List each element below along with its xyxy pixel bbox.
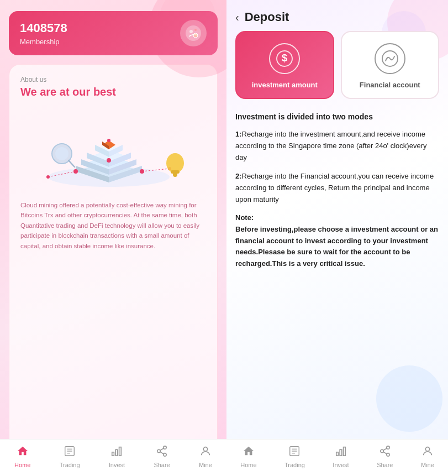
right-panel: ‹ Deposit $ investment amount Financial … <box>226 0 448 476</box>
svg-rect-38 <box>116 449 118 456</box>
note-text: Before investing,please choose a investm… <box>235 224 439 270</box>
note-section: Note: Before investing,please choose a i… <box>235 213 439 270</box>
membership-card[interactable]: 1408578 Membership <box>9 11 218 55</box>
financial-account-option[interactable]: Financial account <box>341 31 440 99</box>
svg-point-2 <box>194 29 197 31</box>
investment-icon: $ <box>269 43 300 74</box>
investment-label: investment amount <box>252 81 318 89</box>
nav-item-share[interactable]: Share <box>154 445 170 468</box>
about-text: Cloud mining offered a potentially cost-… <box>20 200 206 251</box>
illustration <box>20 105 206 193</box>
svg-line-29 <box>68 160 75 167</box>
svg-point-28 <box>55 147 68 160</box>
investment-amount-option[interactable]: $ investment amount <box>235 31 334 99</box>
nav-label-home: Home <box>14 462 30 468</box>
home-icon <box>17 445 29 460</box>
nav-item-mine[interactable]: Mine <box>199 445 212 468</box>
nav-item-trading[interactable]: Trading <box>60 445 80 468</box>
svg-text:$: $ <box>282 53 287 64</box>
mode-item-2: 2:Recharge into the Financial account,yo… <box>235 171 439 205</box>
svg-point-32 <box>173 172 177 177</box>
nav-label-share: Share <box>154 462 170 468</box>
mine-icon <box>199 445 212 460</box>
about-label: About us <box>20 76 206 83</box>
svg-point-42 <box>164 453 167 457</box>
svg-point-30 <box>166 153 184 173</box>
nav-label-trading: Trading <box>60 462 80 468</box>
invest-icon <box>110 445 123 460</box>
nav-item-invest[interactable]: Invest <box>109 445 125 468</box>
mode-2-text: Recharge into the Financial account,you … <box>235 172 434 203</box>
left-panel: 1408578 Membership About us We are at ou… <box>0 0 226 476</box>
left-bottom-nav: Home Trading Invest Share Mine <box>0 439 226 476</box>
about-card: About us We are at our best <box>9 64 218 467</box>
nav-item-home[interactable]: Home <box>14 445 30 468</box>
membership-label: Membership <box>20 38 67 46</box>
nav-label-invest: Invest <box>109 462 125 468</box>
modes-title: Investment is divided into two modes <box>235 112 439 121</box>
share-icon <box>156 445 168 460</box>
svg-point-0 <box>186 25 201 41</box>
svg-line-44 <box>160 448 164 451</box>
deposit-content: Investment is divided into two modes 1:R… <box>226 110 448 465</box>
mode-1-number: 1: <box>235 130 242 138</box>
deposit-options: $ investment amount Financial account <box>226 31 448 110</box>
svg-rect-39 <box>119 447 122 456</box>
financial-icon <box>375 43 405 74</box>
svg-point-21 <box>107 158 111 163</box>
membership-id: 1408578 <box>20 21 67 35</box>
trading-icon <box>64 445 76 460</box>
svg-rect-37 <box>112 452 114 456</box>
deposit-header: ‹ Deposit <box>226 0 448 31</box>
svg-point-1 <box>189 30 193 33</box>
note-title: Note: <box>235 213 439 222</box>
svg-point-45 <box>203 447 207 451</box>
about-title: We are at our best <box>20 86 206 98</box>
back-button[interactable]: ‹ <box>235 11 239 24</box>
mode-1-text: Recharge into the investment amount,and … <box>235 130 426 161</box>
membership-info: 1408578 Membership <box>20 21 67 46</box>
svg-point-3 <box>193 33 198 38</box>
membership-avatar <box>180 20 207 46</box>
svg-line-43 <box>160 452 164 454</box>
deposit-title: Deposit <box>245 10 289 24</box>
svg-point-41 <box>157 449 161 453</box>
svg-point-25 <box>46 175 50 179</box>
svg-point-22 <box>107 139 110 142</box>
svg-point-40 <box>164 446 167 449</box>
nav-label-mine: Mine <box>199 462 212 468</box>
mode-2-number: 2: <box>235 172 242 180</box>
financial-label: Financial account <box>360 81 420 89</box>
mode-item-1: 1:Recharge into the investment amount,an… <box>235 129 439 163</box>
